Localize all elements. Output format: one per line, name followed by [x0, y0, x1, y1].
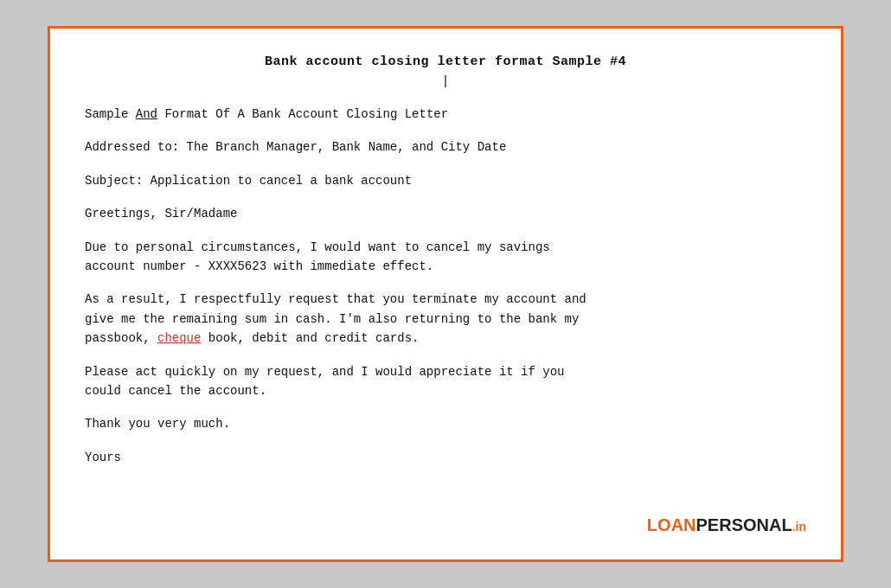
paragraph2: As a result, I respectfully request that… [85, 290, 806, 348]
logo-in: .in [792, 520, 806, 534]
greeting-line: Greetings, Sir/Madame [85, 204, 806, 223]
para2-line2: give me the remaining sum in cash. I'm a… [85, 312, 579, 326]
heading-text-before: Sample [85, 107, 136, 121]
title-cursor: | [85, 74, 806, 89]
para2-line3-after: book, debit and credit cards. [201, 331, 419, 345]
para3-line2: could cancel the account. [85, 384, 266, 398]
letter-card: Bank account closing letter format Sampl… [48, 26, 843, 562]
paragraph1: Due to personal circumstances, I would w… [85, 238, 806, 277]
para2-line1: As a result, I respectfully request that… [85, 292, 587, 306]
yours-line: Yours [85, 448, 806, 467]
para3-line1: Please act quickly on my request, and I … [85, 365, 565, 379]
cheque-link: cheque [157, 331, 201, 345]
addressed-line: Addressed to: The Branch Manager, Bank N… [85, 137, 806, 157]
letter-title: Bank account closing letter format Sampl… [85, 54, 806, 69]
thankyou-line: Thank you very much. [85, 414, 806, 433]
para1-line1: Due to personal circumstances, I would w… [85, 240, 550, 254]
letter-heading-line: Sample And Format Of A Bank Account Clos… [85, 105, 806, 124]
letter-body: Sample And Format Of A Bank Account Clos… [85, 105, 806, 467]
heading-and-underline: And [136, 107, 157, 121]
heading-text-after: Format Of A Bank Account Closing Letter [157, 107, 448, 121]
para2-line3-before: passbook, [85, 331, 157, 345]
para1-line2: account number - XXXX5623 with immediate… [85, 259, 433, 273]
logo: LOANPERSONAL.in [647, 515, 806, 535]
logo-personal: PERSONAL [696, 515, 792, 534]
page-background: Bank account closing letter format Sampl… [0, 0, 891, 588]
subject-line: Subject: Application to cancel a bank ac… [85, 171, 806, 190]
paragraph3: Please act quickly on my request, and I … [85, 362, 806, 401]
logo-loan: LOAN [647, 515, 696, 534]
